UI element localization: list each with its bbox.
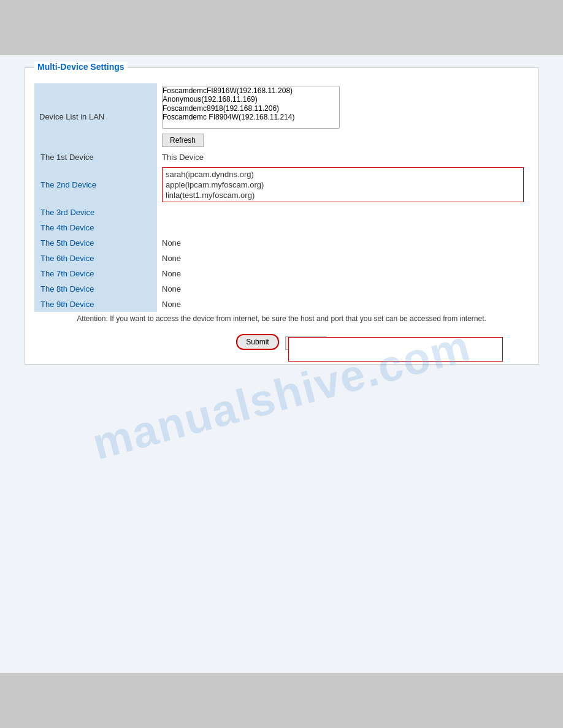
device-8-value: None: [157, 281, 529, 297]
device-5-label: The 5th Device: [34, 235, 157, 251]
lan-device-option-1[interactable]: FoscamdemcFI8916W(192.168.11.208): [163, 86, 339, 95]
device-3-label: The 3rd Device: [34, 205, 157, 220]
lan-device-option-4[interactable]: Foscamdemc FI8904W(192.168.11.214): [163, 113, 339, 121]
device-6-label: The 6th Device: [34, 251, 157, 266]
lan-device-option-3[interactable]: Foscamdemc8918(192.168.11.206): [163, 104, 339, 113]
device-row-5: The 5th Device None: [34, 235, 529, 251]
device-2-entry: sarah(ipcam.dyndns.org): [164, 169, 522, 180]
device-row-4: The 4th Device: [34, 220, 529, 235]
main-content: Multi-Device Settings Device List in LAN…: [0, 55, 563, 673]
device-5-value: None: [157, 235, 529, 251]
device-row-6: The 6th Device None: [34, 251, 529, 266]
device-9-label: The 9th Device: [34, 297, 157, 312]
settings-panel: Multi-Device Settings Device List in LAN…: [25, 67, 538, 365]
device-3-entry: apple(ipcam.myfoscam.org): [164, 180, 522, 190]
device-1-value: This Device: [157, 150, 529, 165]
bottom-bar: [0, 673, 563, 728]
attention-text: Attention: If you want to access the dev…: [34, 312, 529, 325]
device-7-label: The 7th Device: [34, 266, 157, 281]
submit-button[interactable]: Submit: [236, 334, 278, 350]
lan-refresh-button[interactable]: Refresh: [162, 134, 204, 147]
device-list-row: Device List in LAN FoscamdemcFI8916W(192…: [34, 83, 529, 150]
device-4-entry: linla(test1.myfoscam.org): [164, 190, 522, 200]
device-8-label: The 8th Device: [34, 281, 157, 297]
device-list-container: FoscamdemcFI8916W(192.168.11.208) Anonym…: [162, 86, 524, 147]
device-list-label: Device List in LAN: [34, 83, 157, 150]
device-6-value: None: [157, 251, 529, 266]
device-4-label: The 4th Device: [34, 220, 157, 235]
device-row-2: The 2nd Device sarah(ipcam.dyndns.org) a…: [34, 165, 529, 205]
lan-device-option-2[interactable]: Anonymous(192.168.11.169): [163, 95, 339, 104]
device-row-8: The 8th Device None: [34, 281, 529, 297]
attention-row: Attention: If you want to access the dev…: [34, 312, 529, 325]
device-row-1: The 1st Device This Device: [34, 150, 529, 165]
device-2-label: The 2nd Device: [34, 165, 157, 205]
device-3-value: [157, 205, 529, 220]
device-row-9: The 9th Device None: [34, 297, 529, 312]
devices-block: sarah(ipcam.dyndns.org) apple(ipcam.myfo…: [162, 167, 524, 202]
top-bar: [0, 0, 563, 55]
device-row-3: The 3rd Device: [34, 205, 529, 220]
device-4-value: [157, 220, 529, 235]
lan-device-select[interactable]: FoscamdemcFI8916W(192.168.11.208) Anonym…: [162, 86, 340, 129]
settings-table: Device List in LAN FoscamdemcFI8916W(192…: [34, 83, 529, 325]
device-row-7: The 7th Device None: [34, 266, 529, 281]
panel-title: Multi-Device Settings: [34, 62, 128, 72]
device-7-value: None: [157, 266, 529, 281]
device-2-value-cell: sarah(ipcam.dyndns.org) apple(ipcam.myfo…: [157, 165, 529, 205]
device-list-value-cell: FoscamdemcFI8916W(192.168.11.208) Anonym…: [157, 83, 529, 150]
device-9-value: None: [157, 297, 529, 312]
device-1-label: The 1st Device: [34, 150, 157, 165]
popup-box: [288, 337, 503, 362]
